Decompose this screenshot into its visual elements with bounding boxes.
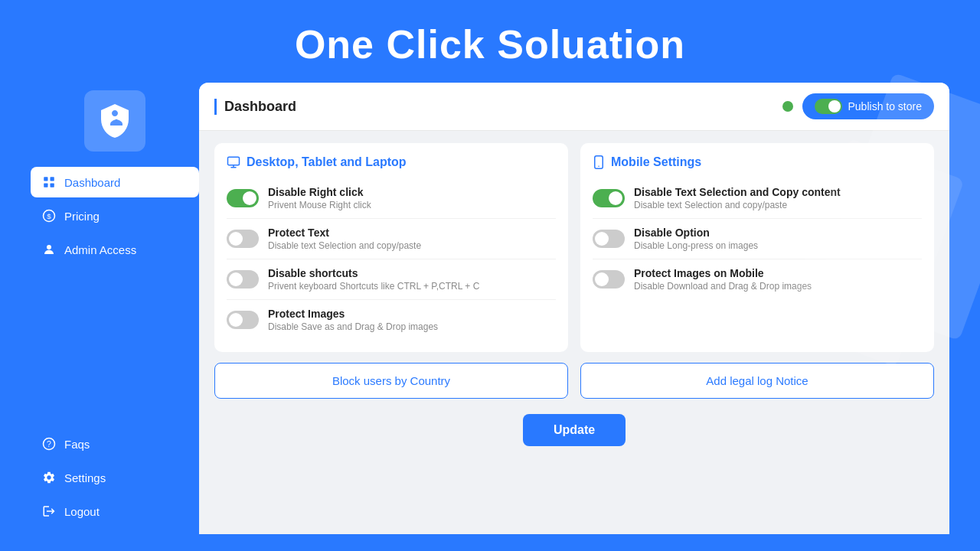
toggle-disable-option[interactable] <box>593 230 625 248</box>
setting-description: Privent keyboard Shortcuts like CTRL + P… <box>268 281 479 292</box>
svg-point-11 <box>598 166 599 168</box>
setting-label: Disable shortcuts <box>268 267 479 279</box>
dashboard-header: Dashboard Publish to store <box>199 83 949 131</box>
block-users-button[interactable]: Block users by Country <box>214 363 568 399</box>
svg-rect-0 <box>44 177 47 181</box>
setting-label: Disable Option <box>634 227 758 239</box>
sidebar-dashboard-label: Dashboard <box>64 176 120 189</box>
question-circle-icon: ? <box>41 436 57 452</box>
toggle-disable-text-selection[interactable] <box>593 189 625 207</box>
toggle-protect-text[interactable] <box>227 230 259 248</box>
actions-row: Block users by Country Add legal log Not… <box>214 363 934 399</box>
toggle-disable-right-click[interactable] <box>227 189 259 207</box>
desktop-panel-title: Desktop, Tablet and Laptop <box>227 155 556 169</box>
setting-description: Privent Mouse Right click <box>268 200 371 210</box>
sidebar-item-logout[interactable]: Logout <box>31 496 199 527</box>
sidebar-item-admin-access[interactable]: Admin Access <box>31 234 199 265</box>
setting-label: Disable Right click <box>268 186 371 198</box>
sidebar-item-faqs[interactable]: ? Faqs <box>31 429 199 459</box>
sidebar-bottom-nav: ? Faqs Settings Logout <box>31 429 199 534</box>
svg-rect-2 <box>44 184 47 187</box>
phone-icon <box>593 155 605 169</box>
svg-text:?: ? <box>47 439 51 448</box>
sidebar-logout-label: Logout <box>64 505 100 518</box>
person-circle-icon <box>41 242 57 257</box>
setting-label: Protect Text <box>268 227 421 239</box>
setting-description: Disable Download and Drag & Drop images <box>634 281 812 292</box>
setting-protect-text: Protect Text Disable text Selection and … <box>227 219 556 259</box>
dashboard-title: Dashboard <box>214 99 296 115</box>
update-button[interactable]: Update <box>523 414 626 446</box>
setting-description: Disable text Selection and copy/paste <box>268 240 421 251</box>
gear-icon <box>41 470 57 485</box>
sidebar-settings-label: Settings <box>64 471 106 484</box>
sidebar-item-settings[interactable]: Settings <box>31 462 199 493</box>
page-header: One Click Soluation <box>0 0 980 83</box>
svg-rect-3 <box>51 184 54 187</box>
toggle-protect-images[interactable] <box>227 311 259 329</box>
svg-text:$: $ <box>47 212 51 220</box>
setting-protect-images: Protect Images Disable Save as and Drag … <box>227 300 556 340</box>
shield-lock-icon <box>96 103 133 139</box>
sidebar-pricing-label: Pricing <box>64 210 100 223</box>
sidebar-item-pricing[interactable]: $ Pricing <box>31 201 199 231</box>
setting-disable-shortcuts: Disable shortcuts Privent keyboard Short… <box>227 259 556 300</box>
dollar-icon: $ <box>41 208 57 223</box>
legal-notice-button[interactable]: Add legal log Notice <box>580 363 934 399</box>
setting-label: Protect Images <box>268 308 438 320</box>
sidebar: Dashboard $ Pricing Admin Access ? <box>31 83 199 534</box>
publish-toggle[interactable] <box>815 99 842 114</box>
sidebar-item-dashboard[interactable]: Dashboard <box>31 167 199 197</box>
setting-label: Protect Images on Mobile <box>634 267 812 279</box>
sidebar-faqs-label: Faqs <box>64 438 90 451</box>
logout-icon <box>41 504 57 519</box>
setting-description: Disable Save as and Drag & Drop images <box>268 321 438 332</box>
sidebar-admin-label: Admin Access <box>64 243 136 256</box>
monitor-icon <box>227 155 240 169</box>
setting-disable-right-click: Disable Right click Privent Mouse Right … <box>227 178 556 219</box>
toggle-protect-images-mobile[interactable] <box>593 270 625 289</box>
svg-rect-1 <box>51 177 54 181</box>
logo-box <box>84 90 145 152</box>
svg-rect-9 <box>228 157 240 165</box>
setting-description: Disable text Selection and copy/paste <box>634 200 841 210</box>
svg-point-6 <box>47 245 51 249</box>
setting-label: Disable Text Selection and Copy content <box>634 186 841 198</box>
status-indicator <box>782 101 793 112</box>
desktop-panel: Desktop, Tablet and Laptop Disable Right… <box>214 143 568 352</box>
grid-icon <box>41 174 57 190</box>
setting-description: Disable Long-press on images <box>634 240 758 251</box>
update-row: Update <box>214 409 934 451</box>
toggle-disable-shortcuts[interactable] <box>227 270 259 289</box>
sidebar-nav: Dashboard $ Pricing Admin Access <box>31 167 199 265</box>
page-title: One Click Soluation <box>0 21 980 67</box>
